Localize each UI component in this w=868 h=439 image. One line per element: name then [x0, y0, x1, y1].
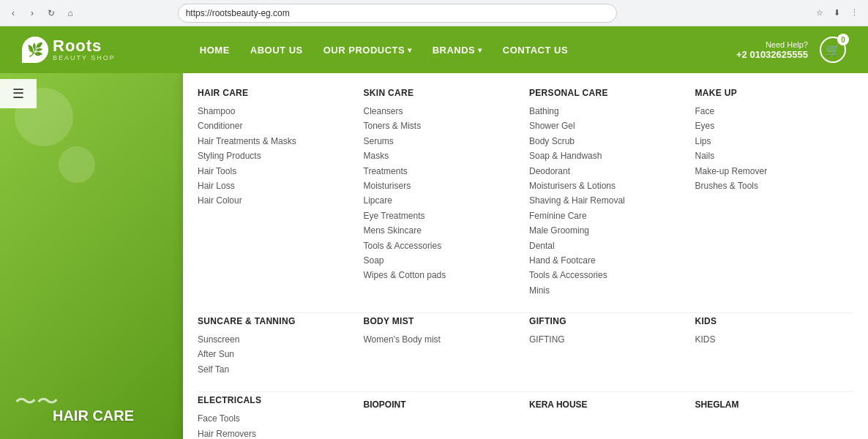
menu-item-hand-footcare[interactable]: Hand & Footcare	[529, 253, 688, 268]
menu-title-suncare: SUNCARE & TANNING	[198, 316, 356, 326]
menu-section-body-mist: BODY MIST Women's Body mist	[364, 316, 523, 389]
menu-title-body-mist: BODY MIST	[364, 316, 523, 326]
menu-section-make-up: MAKE UP Face Eyes Lips Nails Make-up Rem…	[695, 88, 854, 309]
hair-care-overlay: HAIR CARE	[53, 408, 134, 424]
menu-section-biopoint: BIOPOINT	[364, 395, 523, 439]
menu-icon[interactable]: ⋮	[848, 6, 862, 20]
bookmark-icon[interactable]: ☆	[812, 6, 827, 20]
menu-item-minis[interactable]: Minis	[529, 283, 688, 298]
menu-title-electricals: ELECTRICALS	[198, 395, 356, 405]
menu-item-tools-accessories-skin[interactable]: Tools & Accessories	[364, 239, 523, 253]
logo-leaf-icon: 🌿	[22, 37, 48, 63]
menu-item-hair-treatments[interactable]: Hair Treatments & Masks	[198, 134, 356, 149]
nav-products[interactable]: OUR PRODUCTS ▾	[323, 45, 412, 56]
menu-item-bathing[interactable]: Bathing	[529, 104, 688, 119]
menu-item-nails[interactable]: Nails	[695, 149, 854, 163]
nav-contact[interactable]: CONTACT US	[503, 45, 568, 56]
menu-item-body-scrub[interactable]: Body Scrub	[529, 134, 688, 149]
refresh-button[interactable]: ↻	[44, 6, 59, 20]
cart-icon-wrap[interactable]: 🛒 0	[820, 37, 846, 63]
menu-item-dental[interactable]: Dental	[529, 239, 688, 253]
menu-title-gifting: GIFTING	[529, 316, 688, 326]
menu-item-face[interactable]: Face	[695, 104, 854, 119]
menu-item-self-tan[interactable]: Self Tan	[198, 362, 356, 377]
menu-section-gifting: GIFTING GIFTING	[529, 316, 688, 389]
menu-item-hair-tools[interactable]: Hair Tools	[198, 164, 356, 179]
section-divider-1	[198, 312, 853, 313]
menu-item-deodorant[interactable]: Deodorant	[529, 164, 688, 179]
menu-section-electricals: ELECTRICALS Face Tools Hair Removers Hai…	[198, 395, 356, 439]
menu-item-gifting[interactable]: GIFTING	[529, 332, 688, 347]
nav-back-button[interactable]: ‹	[6, 6, 20, 20]
menu-item-soap-handwash[interactable]: Soap & Handwash	[529, 149, 688, 163]
header-right: Need Help? +2 01032625555 🛒 0	[736, 37, 846, 63]
menu-brand-biopoint[interactable]: BIOPOINT	[364, 395, 523, 411]
menu-item-hair-removers[interactable]: Hair Removers	[198, 427, 356, 439]
nav-home[interactable]: HOME	[200, 45, 230, 56]
menu-item-hair-colour[interactable]: Hair Colour	[198, 193, 356, 208]
nav-brands[interactable]: BRANDS ▾	[433, 45, 482, 56]
nav-brands-arrow-icon: ▾	[478, 46, 482, 54]
address-bar[interactable]: https://rootsbeauty-eg.com	[178, 4, 617, 23]
menu-item-shampoo[interactable]: Shampoo	[198, 104, 356, 119]
need-help-info: Need Help? +2 01032625555	[736, 40, 808, 60]
menu-title-hair-care: HAIR CARE	[198, 88, 356, 98]
hero-left-panel: 〜〜 HAIR CARE	[0, 73, 187, 439]
menu-item-eye-treatments[interactable]: Eye Treatments	[364, 209, 523, 223]
menu-item-lips[interactable]: Lips	[695, 134, 854, 149]
menu-item-kids[interactable]: KIDS	[695, 332, 854, 347]
menu-item-mens-skincare[interactable]: Mens Skincare	[364, 223, 523, 238]
menu-section-kids: KIDS KIDS	[695, 316, 854, 389]
nav-forward-button[interactable]: ›	[25, 6, 40, 20]
nav-about[interactable]: ABOUT US	[250, 45, 303, 56]
menu-item-tools-accessories-personal[interactable]: Tools & Accessories	[529, 268, 688, 282]
menu-item-sunscreen[interactable]: Sunscreen	[198, 332, 356, 347]
menu-item-cleansers[interactable]: Cleansers	[364, 104, 523, 119]
browser-toolbar: ‹ › ↻ ⌂ https://rootsbeauty-eg.com ☆ ⬇ ⋮	[0, 0, 868, 26]
url-text: https://rootsbeauty-eg.com	[186, 8, 290, 18]
menu-item-conditioner[interactable]: Conditioner	[198, 119, 356, 133]
menu-item-hair-loss[interactable]: Hair Loss	[198, 179, 356, 193]
menu-section-suncare: SUNCARE & TANNING Sunscreen After Sun Se…	[198, 316, 356, 389]
main-nav: HOME ABOUT US OUR PRODUCTS ▾ BRANDS ▾ CO…	[200, 45, 568, 56]
menu-item-makeup-remover[interactable]: Make-up Remover	[695, 164, 854, 179]
menu-item-shaving-hair-removal[interactable]: Shaving & Hair Removal	[529, 193, 688, 208]
menu-item-eyes[interactable]: Eyes	[695, 119, 854, 133]
menu-section-hair-care: HAIR CARE Shampoo Conditioner Hair Treat…	[198, 88, 356, 309]
home-button[interactable]: ⌂	[63, 6, 78, 20]
menu-title-kids: KIDS	[695, 316, 854, 326]
nav-products-arrow-icon: ▾	[408, 46, 412, 54]
logo-text: Roots	[53, 38, 116, 54]
menu-item-soap[interactable]: Soap	[364, 253, 523, 268]
menu-section-kera-house: KERA HOUSE	[529, 395, 688, 439]
menu-title-personal-care: PERSONAL CARE	[529, 88, 688, 98]
nav-products-label: OUR PRODUCTS	[323, 45, 405, 56]
menu-item-styling-products[interactable]: Styling Products	[198, 149, 356, 163]
menu-item-moisturisers-lotions[interactable]: Moisturisers & Lotions	[529, 179, 688, 193]
menu-item-lipcare[interactable]: Lipcare	[364, 193, 523, 208]
menu-item-toners-mists[interactable]: Toners & Mists	[364, 119, 523, 133]
menu-item-brushes-tools[interactable]: Brushes & Tools	[695, 179, 854, 193]
logo-area[interactable]: 🌿 Roots BEAUTY SHOP	[22, 37, 116, 63]
menu-brand-kera-house[interactable]: KERA HOUSE	[529, 395, 688, 411]
menu-item-after-sun[interactable]: After Sun	[198, 347, 356, 361]
menu-item-treatments[interactable]: Treatments	[364, 164, 523, 179]
menu-item-male-grooming[interactable]: Male Grooming	[529, 223, 688, 238]
hair-care-label: HAIR CARE	[53, 408, 134, 424]
menu-item-serums[interactable]: Serums	[364, 134, 523, 149]
browser-right-icons: ☆ ⬇ ⋮	[812, 6, 862, 20]
menu-section-personal-care: PERSONAL CARE Bathing Shower Gel Body Sc…	[529, 88, 688, 309]
menu-item-shower-gel[interactable]: Shower Gel	[529, 119, 688, 133]
menu-item-masks[interactable]: Masks	[364, 149, 523, 163]
download-icon[interactable]: ⬇	[830, 6, 845, 20]
sidebar-toggle[interactable]: ☰	[0, 79, 37, 108]
menu-brand-sheglam[interactable]: SHEGLAM	[695, 395, 854, 411]
site-header: 🌿 Roots BEAUTY SHOP HOME ABOUT US OUR PR…	[0, 26, 868, 73]
menu-item-feminine-care[interactable]: Feminine Care	[529, 209, 688, 223]
menu-item-womens-body-mist[interactable]: Women's Body mist	[364, 332, 523, 347]
menu-item-moisturisers[interactable]: Moisturisers	[364, 179, 523, 193]
menu-item-face-tools[interactable]: Face Tools	[198, 411, 356, 426]
section-divider-2	[198, 391, 853, 392]
deco-circle-2	[59, 146, 95, 183]
menu-item-wipes-cotton-pads[interactable]: Wipes & Cotton pads	[364, 268, 523, 282]
